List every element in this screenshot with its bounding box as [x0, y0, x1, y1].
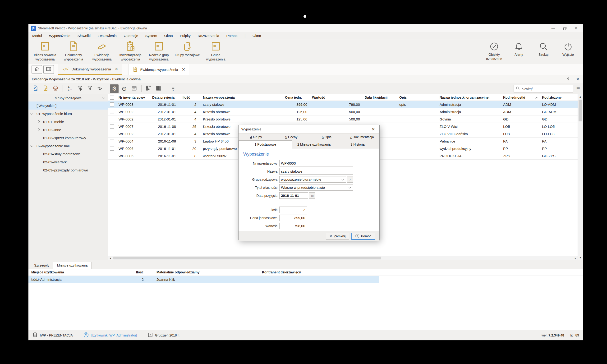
toolbar-dokumenty[interactable]: Dokumenty wyposażenia — [59, 41, 88, 61]
column-header[interactable]: Miejsce użytkowania — [28, 270, 133, 274]
tree-item[interactable]: 01–wyposażenie biura — [28, 110, 108, 118]
rows-menu-button[interactable]: ≡▾ — [169, 84, 177, 93]
restore-button[interactable] — [563, 27, 567, 30]
dialog-tab[interactable]: 1Podstawowe — [239, 140, 292, 148]
menu-item[interactable]: Rozszerzenia — [198, 34, 219, 38]
pin-button[interactable] — [566, 76, 571, 82]
column-header[interactable]: Wartość — [310, 96, 363, 99]
hamburger-icon[interactable]: ≡ — [576, 86, 580, 92]
toolbar-obiekty-oznaczone[interactable]: Obiekty oznaczone — [482, 41, 506, 61]
nr-inwentarzowy-field[interactable] — [279, 160, 353, 167]
calendar-button[interactable]: 18 — [130, 84, 139, 93]
dialog-tab[interactable]: 4Grupy — [239, 133, 274, 140]
pomoc-button[interactable]: ? Pomoc — [351, 233, 375, 240]
menu-item[interactable]: Słowniki — [77, 34, 90, 38]
database-status[interactable]: IWP - PREZENTACJA — [32, 332, 73, 338]
toolbar-grupa-wyposazenia[interactable]: Grupa wyposażenia — [202, 41, 230, 61]
menu-item[interactable]: Wyposażenie — [49, 34, 70, 38]
dialog-tab[interactable]: 5Cechy — [274, 133, 309, 140]
handshake-button[interactable] — [96, 84, 104, 93]
scroll-down-icon[interactable]: ▼ — [579, 255, 582, 260]
table-row[interactable]: WP-0002 2012-01-01 4 Krzesło obrotowe 12… — [108, 108, 578, 116]
period-status[interactable]: Grudzień 2018 r. — [147, 332, 180, 338]
grid-view-button[interactable] — [154, 84, 163, 93]
column-header[interactable]: Nazwa jednostki organizacyjnej — [438, 96, 501, 99]
edit-button[interactable] — [41, 84, 50, 93]
toolbar-ewidencja[interactable]: Ewidencja wyposażenia — [88, 41, 116, 61]
column-header[interactable]: Kod złożony — [540, 96, 578, 99]
menu-item[interactable]: Operacje — [124, 34, 138, 38]
row-checkbox[interactable] — [108, 154, 117, 158]
tab-dokumenty-wyposazenia[interactable]: </> Dokumenty wyposażenia ✕ — [58, 64, 122, 75]
toolbar-szukaj[interactable]: Szukaj — [531, 41, 556, 57]
dialog-tab[interactable]: 6Opis — [309, 133, 345, 140]
menu-item[interactable]: Okno — [164, 34, 173, 38]
header-checkbox[interactable] — [108, 96, 117, 100]
column-header[interactable]: Cena jedn. — [283, 96, 310, 99]
row-checkbox[interactable] — [108, 139, 117, 143]
toolbar-grupy-rodzajowe[interactable]: Grupy rodzajowe — [173, 41, 202, 57]
tab-ewidencja-wyposazenia[interactable]: Ewidencja wyposażenia ✕ — [128, 64, 189, 75]
dialog-tab[interactable]: 2Miejsce użytkowania — [292, 140, 336, 148]
calendar-picker-button[interactable]: ▦ — [309, 192, 315, 199]
column-header[interactable]: Opis — [397, 96, 438, 99]
filter-button[interactable] — [86, 84, 94, 93]
view-close-button[interactable]: ✕ — [576, 77, 580, 82]
toolbar-inwentaryzacja[interactable]: Inwentaryzacja wyposażenia — [116, 41, 145, 61]
tree-header[interactable]: Grupy rodzajowe — [28, 94, 108, 102]
user-status[interactable]: Użytkownik IWP [Administrator] — [83, 332, 137, 338]
minimize-button[interactable]: — — [552, 26, 555, 30]
scroll-up-icon[interactable]: ▲ — [579, 94, 582, 99]
tab-miejsce-uzytkowania[interactable]: Miejsce użytkowania — [53, 262, 91, 269]
table-row[interactable]: WP-0002 2012-01-01 4 Krzesło obrotowe 12… — [108, 116, 578, 123]
menu-item[interactable]: | — [245, 34, 245, 38]
column-header[interactable]: Nazwa wyposażenia — [201, 96, 283, 99]
toolbar-bilans-otwarcia[interactable]: Bilans otwarcia wyposażenia — [31, 41, 59, 61]
dialog-tab[interactable]: 3Historia — [336, 140, 379, 148]
tree-item[interactable]: 02–wyposażenie hali — [28, 142, 108, 150]
grupa-lookup-button[interactable]: › — [347, 176, 353, 182]
scroll-thumb[interactable] — [579, 100, 582, 121]
tab-close-icon[interactable]: ✕ — [115, 67, 118, 72]
row-checkbox[interactable] — [108, 110, 117, 114]
column-header[interactable]: Kontrahent dzierżawiący — [260, 270, 379, 274]
home-button[interactable] — [32, 65, 42, 74]
preview-button[interactable] — [31, 84, 40, 93]
horizontal-scrollbar[interactable]: ◂ ▸ — [108, 256, 578, 260]
nazwa-field[interactable] — [279, 168, 353, 175]
column-header[interactable]: Data przyjęcia — [150, 96, 181, 99]
menu-item[interactable]: System — [145, 34, 157, 38]
column-header[interactable]: Nr inwentarzowy — [117, 96, 150, 99]
row-checkbox[interactable] — [108, 132, 117, 136]
ilosc-field[interactable] — [279, 207, 307, 213]
toolbar-wyjscie[interactable]: Wyjście — [556, 41, 581, 57]
zamknij-button[interactable]: ✕ Zamknij — [326, 233, 349, 240]
vertical-scrollbar[interactable]: ▲ ▼ — [578, 94, 583, 260]
column-header[interactable]: Kod jednostki — [501, 96, 540, 99]
detail-row[interactable]: Łódź-Administracja 2 Joanna Klik — [28, 276, 379, 283]
toolbar-rodzaje-grup[interactable]: Rodzaje grup wyposażenia — [145, 41, 173, 61]
data-przyjecia-field[interactable] — [279, 192, 308, 199]
row-checkbox[interactable] — [108, 117, 117, 121]
close-button[interactable]: ✕ — [575, 26, 578, 31]
toolbar-alerty[interactable]: Alerty — [506, 41, 531, 57]
tree-item[interactable]: 01-01–meble — [28, 118, 108, 126]
sort-button[interactable]: AZ↓ — [66, 84, 74, 93]
column-header[interactable]: Materialnie odpowiedzialny — [154, 270, 260, 274]
search-input[interactable] — [521, 87, 571, 91]
scroll-right-icon[interactable]: ▸ — [573, 256, 578, 260]
tab-close-icon[interactable]: ✕ — [182, 67, 185, 72]
columns-button[interactable] — [144, 84, 153, 93]
row-checkbox[interactable] — [108, 103, 117, 106]
tree-item[interactable]: 02-03–przyrządy pomiarowe — [28, 166, 108, 174]
tree-item[interactable]: [ Wszystkie ] — [28, 102, 108, 110]
dialog-tab[interactable]: 7Dokumentacja — [344, 133, 379, 140]
tytul-wlasnosci-select[interactable]: Własne w przedsiębiorstwie — [279, 184, 353, 191]
tree-item[interactable]: 02-01–stoły montażowe — [28, 150, 108, 158]
remove-button[interactable]: ⊖ — [120, 84, 129, 93]
column-header[interactable]: Data likwidacji — [363, 96, 397, 99]
tree-item[interactable]: 02-02–wiertarki — [28, 158, 108, 166]
wartosc-field[interactable] — [279, 223, 307, 229]
grupa-rodzajowa-select[interactable]: wyposażenie biura-meble — [279, 176, 346, 182]
row-checkbox[interactable] — [108, 125, 117, 129]
